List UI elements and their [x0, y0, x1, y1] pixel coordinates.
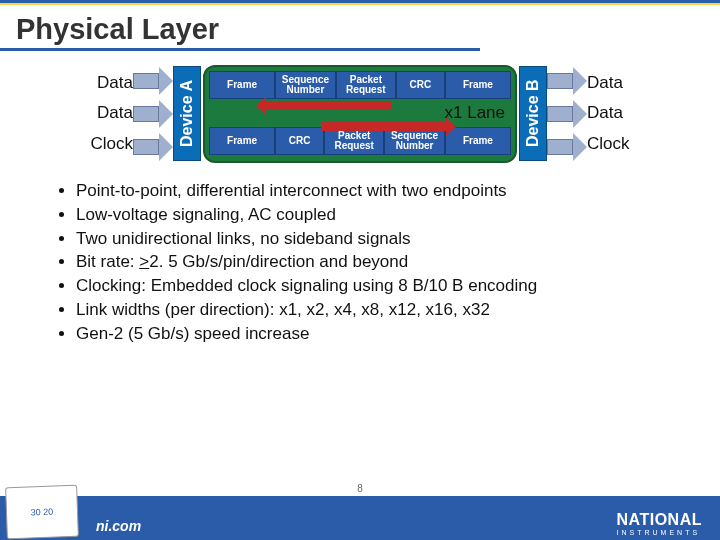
ni-logo: NATIONAL INSTRUMENTS — [617, 511, 702, 536]
page-title: Physical Layer — [0, 5, 480, 51]
label-clock: Clock — [90, 134, 133, 154]
lane-panel: Frame Sequence Number Packet Request CRC… — [203, 65, 517, 163]
arrow-right-icon — [547, 69, 587, 93]
list-item: Point-to-point, differential interconnec… — [76, 180, 690, 202]
cell-pktreq: Packet Request — [336, 71, 396, 99]
device-a-block: Device A — [173, 66, 201, 161]
list-item: Bit rate: >2. 5 Gb/s/pin/direction and b… — [76, 251, 690, 273]
diagram: Data Data Clock Device A Frame Sequence … — [0, 61, 720, 166]
arrow-right-icon — [133, 69, 173, 93]
cell-seqnum: Sequence Number — [275, 71, 335, 99]
label-data: Data — [90, 73, 133, 93]
arrow-right-icon — [133, 135, 173, 159]
list-item: Link widths (per direction): x1, x2, x4,… — [76, 299, 690, 321]
arrow-right-icon — [547, 135, 587, 159]
left-arrow-stack — [133, 69, 173, 159]
label-data: Data — [587, 73, 630, 93]
red-arrow-left-icon — [265, 101, 391, 110]
anniversary-badge-icon: 30 20 — [5, 485, 79, 539]
footer-bar: 30 20 ni.com NATIONAL INSTRUMENTS — [0, 496, 720, 540]
red-arrow-right-icon — [321, 122, 447, 131]
left-signal-labels: Data Data Clock — [90, 68, 133, 160]
label-clock: Clock — [587, 134, 630, 154]
cell-pktreq: Packet Request — [324, 127, 384, 155]
cell-seqnum: Sequence Number — [384, 127, 444, 155]
brand-sub: INSTRUMENTS — [617, 529, 702, 536]
list-item: Gen-2 (5 Gb/s) speed increase — [76, 323, 690, 345]
footer-url: ni.com — [96, 518, 141, 534]
right-signal-labels: Data Data Clock — [587, 68, 630, 160]
arrow-right-icon — [133, 102, 173, 126]
bottom-frame-row: Frame CRC Packet Request Sequence Number… — [209, 127, 511, 155]
label-data: Data — [90, 103, 133, 123]
label-data: Data — [587, 103, 630, 123]
bullet-list: Point-to-point, differential interconnec… — [0, 174, 720, 344]
device-b-block: Device B — [519, 66, 547, 161]
cell-frame: Frame — [445, 71, 511, 99]
right-arrow-stack — [547, 69, 587, 159]
list-item: Clocking: Embedded clock signaling using… — [76, 275, 690, 297]
cell-crc: CRC — [396, 71, 445, 99]
page-number: 8 — [357, 483, 363, 494]
list-item: Low-voltage signaling, AC coupled — [76, 204, 690, 226]
top-frame-row: Frame Sequence Number Packet Request CRC… — [209, 71, 511, 99]
arrow-right-icon — [547, 102, 587, 126]
list-item: Two unidirectional links, no sideband si… — [76, 228, 690, 250]
cell-frame: Frame — [209, 71, 275, 99]
cell-crc: CRC — [275, 127, 324, 155]
cell-frame: Frame — [209, 127, 275, 155]
brand-name: NATIONAL — [617, 511, 702, 528]
